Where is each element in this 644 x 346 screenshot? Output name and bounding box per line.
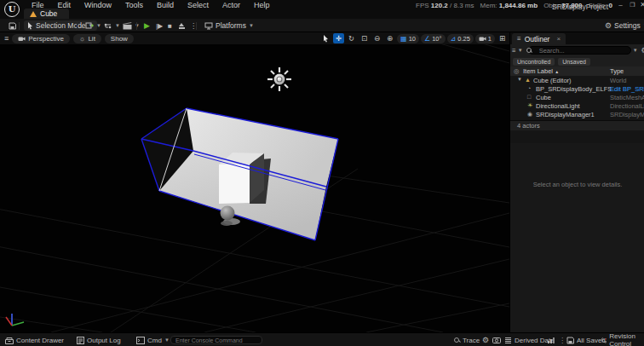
filter-chip-unsaved[interactable]: Unsaved bbox=[558, 58, 590, 66]
level-icon bbox=[30, 11, 37, 17]
camera-speed-control[interactable]: 1 bbox=[475, 34, 495, 43]
menu-select[interactable]: Select bbox=[181, 0, 215, 10]
outliner-search-input[interactable] bbox=[528, 46, 631, 55]
menu-window[interactable]: Window bbox=[78, 0, 118, 10]
outliner-row-srdisplaymanager[interactable]: ◉ SRDisplayManager1 SRDisplayManager bbox=[510, 111, 644, 119]
platforms-icon bbox=[204, 22, 213, 30]
select-cursor-icon bbox=[323, 35, 329, 43]
cube-mesh[interactable] bbox=[219, 153, 264, 204]
console-icon bbox=[136, 337, 145, 344]
grid-snap-control[interactable]: ▦ 10 bbox=[397, 34, 419, 43]
actor-icon: ◉ bbox=[527, 111, 532, 118]
directional-light-icon: ☀ bbox=[527, 102, 532, 109]
chevron-down-icon[interactable]: ▼ bbox=[633, 48, 638, 53]
level-tab-cube[interactable]: Cube bbox=[24, 9, 69, 19]
network-bars-icon bbox=[548, 337, 555, 343]
derived-data-button[interactable]: Derived Data bbox=[504, 335, 555, 345]
main-toolbar: Selection Mode▼ ▼ ▼ ▼ ▶ |▶ ■ ⋮ Platforms… bbox=[0, 19, 644, 32]
world-local-toggle[interactable]: ⊕ bbox=[384, 33, 395, 43]
revision-control-branch-icon bbox=[601, 337, 607, 344]
chevron-expanded-icon[interactable]: ▼ bbox=[517, 77, 522, 82]
play-options-button[interactable]: ⋮ bbox=[187, 20, 200, 31]
static-mesh-icon: □ bbox=[527, 94, 531, 100]
viewport-options-icon[interactable]: ≡ bbox=[4, 34, 9, 43]
play-button[interactable]: ▶ bbox=[141, 20, 153, 31]
maximize-viewport-button[interactable]: ⊞ bbox=[497, 33, 508, 43]
outliner-settings-gear-icon[interactable]: ⚙ bbox=[641, 46, 644, 55]
minimize-button[interactable]: – bbox=[615, 0, 626, 10]
show-flags-dropdown[interactable]: Show bbox=[105, 34, 134, 43]
all-saved-button[interactable]: All Saved bbox=[566, 335, 606, 345]
blueprint-icon bbox=[104, 22, 112, 30]
level-tab-strip: Cube bbox=[24, 9, 69, 19]
directional-light-sprite[interactable] bbox=[267, 67, 291, 91]
content-drawer-icon bbox=[5, 337, 14, 344]
trace-button[interactable]: Trace bbox=[454, 335, 480, 345]
screenshot-button[interactable] bbox=[492, 335, 501, 345]
close-button[interactable]: ✕ bbox=[637, 0, 644, 10]
right-dock-panel: ≡ Outliner × ≡ ▼ ▼ ⚙ Uncontrolled Unsave… bbox=[509, 32, 644, 332]
camera-speed-icon bbox=[479, 36, 486, 42]
surface-snap-button[interactable]: ⊖ bbox=[371, 33, 382, 43]
outliner-filter-chips: Uncontrolled Unsaved bbox=[510, 56, 644, 66]
platforms-dropdown[interactable]: Platforms▼ bbox=[201, 20, 257, 31]
scale-snap-control[interactable]: ⊿ 0.25 bbox=[447, 34, 474, 43]
menu-help[interactable]: Help bbox=[248, 0, 276, 10]
trace-icon bbox=[454, 337, 460, 343]
scale-tool-button[interactable]: ⊡ bbox=[359, 33, 370, 43]
details-panel-body: Select an object to view details. bbox=[510, 143, 644, 343]
menu-actor[interactable]: Actor bbox=[216, 0, 246, 10]
outliner-column-header[interactable]: ◎ Item Label ▲ Type bbox=[510, 66, 644, 76]
toolbar-separator bbox=[77, 22, 78, 30]
outliner-row-cube[interactable]: □ Cube StaticMeshActor bbox=[510, 94, 644, 102]
viewport-3d[interactable]: ≡ Perspective ☼ Lit Show ✛ ↻ ⊡ ⊖ ⊕ ▦ 10 bbox=[0, 32, 509, 332]
status-separator: ⋮ bbox=[559, 335, 566, 345]
console-command-input[interactable] bbox=[170, 336, 262, 344]
level-icon: ▲ bbox=[525, 77, 531, 83]
blueprint-actor-icon: ◔ bbox=[527, 85, 531, 91]
stop-button[interactable]: ■ bbox=[164, 20, 175, 31]
screenshot-camera-icon bbox=[492, 337, 501, 343]
grid-snap-icon: ▦ bbox=[400, 35, 407, 43]
cmd-dropdown[interactable]: Cmd ▼ bbox=[136, 335, 170, 345]
unreal-logo-icon[interactable]: U bbox=[4, 2, 20, 17]
outliner-search-row: ≡ ▼ ▼ ⚙ bbox=[510, 44, 644, 56]
viewport-toolbar: ≡ Perspective ☼ Lit Show ✛ ↻ ⊡ ⊖ ⊕ ▦ 10 bbox=[0, 32, 509, 44]
content-drawer-button[interactable]: Content Drawer bbox=[5, 335, 64, 345]
clapperboard-icon bbox=[123, 22, 132, 30]
eject-icon bbox=[179, 23, 185, 29]
save-button[interactable] bbox=[5, 20, 20, 31]
select-tool-button[interactable] bbox=[320, 33, 331, 43]
outliner-row-directionallight[interactable]: ☀ DirectionalLight DirectionalLight bbox=[510, 102, 644, 111]
lit-bulb-icon: ☼ bbox=[79, 35, 85, 43]
edit-blueprint-link[interactable]: Edit BP_SRDisplay bbox=[610, 85, 644, 93]
menu-tools[interactable]: Tools bbox=[119, 0, 149, 10]
settings-dropdown[interactable]: ⚙ Settings▼ bbox=[601, 20, 644, 31]
revision-control-button[interactable]: Revision Control bbox=[601, 335, 644, 345]
angle-snap-icon: ∠ bbox=[424, 35, 430, 43]
rotate-tool-button[interactable]: ↻ bbox=[346, 33, 357, 43]
chevron-down-icon[interactable]: ▼ bbox=[518, 48, 523, 53]
tab-outliner[interactable]: ≡ Outliner × bbox=[512, 33, 566, 44]
view-mode-dropdown[interactable]: ☼ Lit bbox=[73, 34, 101, 43]
cinematics-dropdown[interactable]: ▼ bbox=[119, 20, 143, 31]
close-tab-icon[interactable]: × bbox=[556, 35, 561, 43]
cursor-icon bbox=[27, 22, 33, 30]
toolbar-separator bbox=[19, 22, 20, 30]
perspective-dropdown[interactable]: Perspective bbox=[12, 34, 70, 43]
gear-icon: ⚙ bbox=[605, 21, 612, 30]
output-log-icon bbox=[77, 337, 84, 344]
filter-chip-uncontrolled[interactable]: Uncontrolled bbox=[513, 58, 555, 66]
menu-build[interactable]: Build bbox=[151, 0, 180, 10]
insights-settings-button[interactable]: ⚙ bbox=[482, 335, 489, 345]
outliner-row-level[interactable]: ▼ ▲ Cube (Editor) World bbox=[510, 77, 644, 85]
output-log-button[interactable]: Output Log bbox=[77, 335, 121, 345]
save-status-icon bbox=[566, 337, 574, 344]
filter-icon[interactable]: ≡ bbox=[512, 47, 516, 55]
toolbar-separator bbox=[196, 22, 197, 30]
move-tool-button[interactable]: ✛ bbox=[333, 33, 344, 43]
outliner-row-bp-srdisplaybody[interactable]: ◔ BP_SRDisplayBody_ELFSR1 Edit BP_SRDisp… bbox=[510, 85, 644, 94]
network-status-button[interactable] bbox=[548, 335, 555, 345]
details-empty-message: Select an object to view details. bbox=[510, 181, 644, 188]
rotation-snap-control[interactable]: ∠ 10° bbox=[421, 34, 446, 43]
